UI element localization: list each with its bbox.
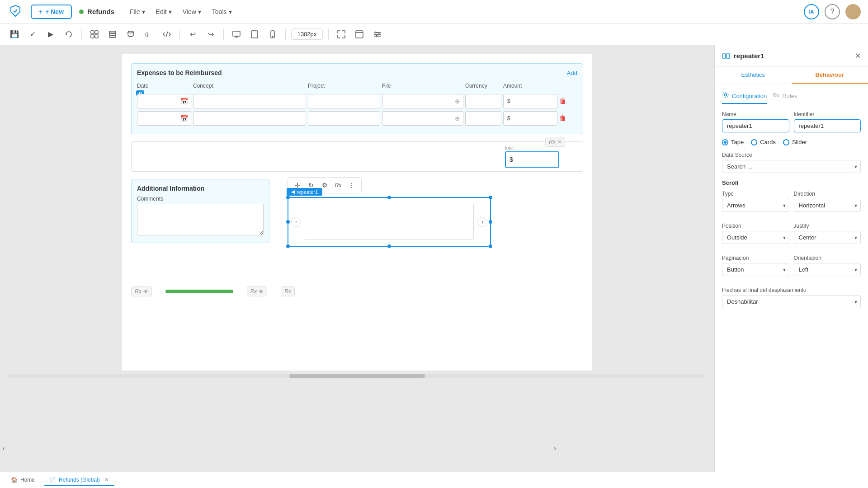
justify-label: Justify: [794, 223, 861, 229]
amount-input-1[interactable]: $: [503, 94, 557, 108]
orientacion-select[interactable]: Left Right Center: [794, 263, 861, 276]
tools-menu[interactable]: Tools ▾: [208, 5, 236, 18]
repeater-next-btn[interactable]: ›: [477, 217, 487, 227]
date-input-2[interactable]: 📅: [137, 111, 191, 126]
panel-tabs: Esthetics Behaviour: [715, 67, 868, 84]
amount-input-2[interactable]: $: [503, 111, 557, 126]
run-button[interactable]: ▶: [43, 27, 58, 42]
help-button[interactable]: ?: [825, 4, 840, 19]
scroll-left-btn[interactable]: ‹: [3, 445, 5, 452]
check-button[interactable]: ✓: [25, 27, 40, 42]
project-input-2[interactable]: [308, 111, 380, 126]
rx-icon[interactable]: Rx: [332, 179, 344, 191]
project-input-1[interactable]: [308, 94, 380, 108]
window-button[interactable]: [352, 27, 367, 42]
position-select[interactable]: Outside Inside None: [722, 231, 789, 244]
radio-slider[interactable]: Slider: [783, 139, 807, 145]
additional-section: Additional Information Comments: [131, 179, 269, 243]
svg-point-18: [272, 36, 273, 37]
sub-tab-rules[interactable]: Rw Rules: [772, 91, 797, 104]
flechas-select[interactable]: Deshabilitar Habilitar: [722, 295, 861, 308]
scroll-right-btn[interactable]: ›: [554, 445, 556, 452]
delete-row-1[interactable]: 🗑: [559, 97, 577, 105]
repeater-wrapper: ✛ ↻ ⚙ Rx ⋮ ◀ repeater1: [288, 197, 491, 247]
rx-badge-total: Rx ✕: [545, 137, 565, 147]
tablet-view-button[interactable]: [247, 27, 262, 42]
components-button[interactable]: [87, 27, 102, 42]
date-input-1[interactable]: 📅: [137, 94, 191, 108]
tab-home[interactable]: 🏠 Home: [5, 475, 40, 486]
currency-input-2[interactable]: [465, 111, 501, 126]
delete-row-2[interactable]: 🗑: [559, 114, 577, 122]
mobile-view-button[interactable]: [265, 27, 280, 42]
repeater-icon: [722, 52, 730, 60]
radio-tape[interactable]: Tape: [722, 139, 744, 145]
sub-tab-configuration[interactable]: Configuration: [722, 91, 767, 104]
concept-input-2[interactable]: [193, 111, 306, 126]
justify-select-wrapper: Center Left Right ▾: [794, 231, 861, 244]
col-date: Date: [137, 83, 191, 89]
name-field-group: Name: [722, 111, 789, 132]
name-input[interactable]: [722, 119, 789, 132]
svg-point-25: [378, 33, 380, 35]
additional-title: Additional Information: [137, 185, 264, 192]
h-scrollbar[interactable]: [9, 374, 705, 378]
currency-input-1[interactable]: [465, 94, 501, 108]
comments-textarea[interactable]: [137, 204, 264, 235]
total-input[interactable]: $: [505, 151, 559, 168]
file-menu[interactable]: File ▾: [125, 5, 150, 18]
type-direction-group: Type Arrows Dots None ▾ Direction: [722, 191, 861, 223]
identifier-input[interactable]: [794, 119, 861, 132]
tab-esthetics[interactable]: Esthetics: [715, 67, 792, 84]
top-nav: + + New Refunds File ▾ Edit ▾ View ▾ Too…: [0, 0, 868, 23]
rx-badge-area: Rx ✕: [545, 137, 565, 147]
justify-select[interactable]: Center Left Right: [794, 231, 861, 244]
user-avatar[interactable]: [845, 4, 861, 19]
paginacion-select[interactable]: Button None: [722, 263, 789, 276]
plus-icon: +: [39, 8, 42, 15]
tab-behaviour[interactable]: Behaviour: [792, 67, 868, 84]
flechas-label: Flechas al final del desplazamiento: [722, 287, 861, 293]
add-link[interactable]: Add: [567, 70, 577, 76]
divider4: [285, 29, 286, 40]
type-select[interactable]: Arrows Dots None: [722, 199, 789, 212]
data-source-select[interactable]: Search ...: [722, 160, 861, 173]
edit-menu[interactable]: Edit ▾: [151, 5, 176, 18]
position-label: Position: [722, 223, 789, 229]
page-title-group: Refunds: [79, 8, 114, 15]
settings-button[interactable]: [370, 27, 385, 42]
svg-point-26: [376, 35, 377, 37]
tab-refunds[interactable]: 📄 Refunds (Global) ✕: [44, 475, 114, 486]
type-label: Type: [722, 191, 789, 197]
progress-bar: [165, 290, 233, 293]
save-button[interactable]: 💾: [7, 27, 22, 42]
file-input-1[interactable]: ⊕: [382, 94, 463, 108]
redo-button[interactable]: ↪: [203, 27, 218, 42]
expenses-section: Expenses to be Reimbursed Add Date Conce…: [131, 63, 583, 134]
repeater-label[interactable]: ◀ repeater1: [287, 188, 322, 196]
layers-button[interactable]: [105, 27, 120, 42]
expand-button[interactable]: [334, 27, 349, 42]
radio-cards[interactable]: Cards: [751, 139, 776, 145]
table-header: Date Concept Project File Currency Amoun…: [137, 81, 577, 91]
new-button[interactable]: + + New: [31, 5, 72, 19]
concept-input-1[interactable]: [193, 94, 306, 108]
view-menu[interactable]: View ▾: [178, 5, 206, 18]
code-button[interactable]: [160, 27, 174, 42]
direction-select[interactable]: Horizontal Vertical: [794, 199, 861, 212]
sub-tab-config-label: Configuration: [732, 93, 767, 99]
file-input-2[interactable]: ⊕: [382, 111, 463, 126]
ia-badge[interactable]: IA: [804, 4, 819, 19]
repeater-prev-btn[interactable]: ‹: [291, 217, 301, 227]
more-icon[interactable]: ⋮: [346, 179, 358, 191]
canvas-area: Expenses to be Reimbursed Add Date Conce…: [0, 45, 714, 472]
undo-button[interactable]: ↩: [185, 27, 200, 42]
refresh-button[interactable]: [61, 27, 76, 42]
panel-close-btn[interactable]: ✕: [855, 52, 861, 60]
data-button[interactable]: [123, 27, 138, 42]
logic-button[interactable]: {}: [142, 27, 156, 42]
rx-badge-3: Rx: [281, 286, 295, 296]
panel-title-text: repeater1: [734, 52, 764, 60]
desktop-view-button[interactable]: [229, 27, 244, 42]
tab-close-btn[interactable]: ✕: [104, 477, 109, 483]
